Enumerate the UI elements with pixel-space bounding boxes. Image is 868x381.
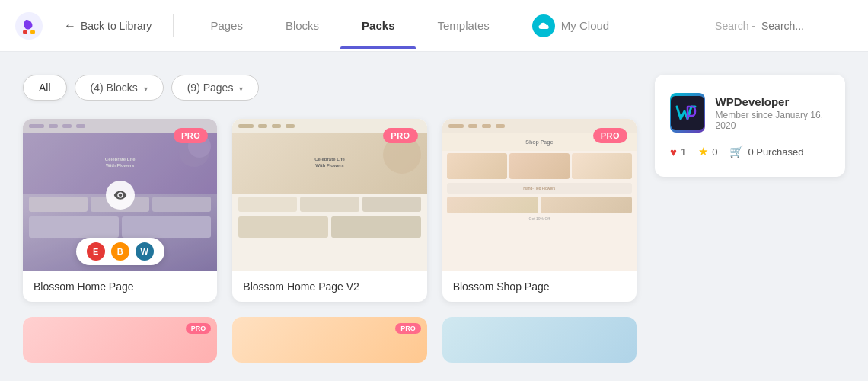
svg-point-2 — [30, 30, 35, 34]
filter-all-btn[interactable]: All — [23, 75, 67, 101]
tab-pages[interactable]: Pages — [189, 2, 264, 49]
developer-stats: ♥ 1 ★ 0 🛒 0 Purchased — [670, 145, 830, 158]
card-thumb-2: Celebrate LifeWith Flowers — [232, 119, 426, 271]
developer-member-since: Member since January 16, 2020 — [716, 110, 830, 131]
preview-btn-1[interactable] — [106, 181, 135, 210]
search-input[interactable] — [761, 20, 853, 32]
content-area: All (4) Blocks ▾ (9) Pages ▾ — [0, 52, 868, 378]
app-header: ← Back to Library Pages Blocks Packs Tem… — [0, 0, 868, 52]
cards-grid: Celebrate LifeWith Flowers — [23, 119, 637, 302]
sidebar: WPDeveloper Member since January 16, 202… — [655, 75, 845, 363]
filter-blocks-btn[interactable]: (4) Blocks ▾ — [75, 75, 164, 101]
likes-count: 1 — [681, 146, 686, 158]
tab-templates[interactable]: Templates — [416, 2, 510, 49]
partial-card-2[interactable]: PRO — [232, 317, 426, 363]
partial-cards-row: PRO PRO — [23, 317, 637, 363]
back-arrow-icon: ← — [64, 19, 76, 33]
purchased-count: 0 Purchased — [748, 146, 803, 158]
back-label: Back to Library — [81, 20, 152, 32]
card-thumb-3: Shop Page Hand-Tied Flowers — [442, 119, 637, 271]
stars-count: 0 — [712, 146, 717, 158]
search-area: Search - — [715, 20, 853, 32]
star-icon: ★ — [698, 145, 708, 158]
developer-avatar — [670, 93, 705, 133]
developer-header: WPDeveloper Member since January 16, 202… — [670, 93, 830, 133]
cloud-icon — [532, 14, 555, 37]
purchased-stat: 🛒 0 Purchased — [729, 145, 803, 158]
main-nav: Pages Blocks Packs Templates My Cloud — [189, 0, 715, 54]
pages-dropdown-arrow: ▾ — [239, 85, 243, 93]
beaver-builder-icon[interactable]: B — [111, 242, 129, 261]
pro-badge-1: PRO — [174, 128, 208, 143]
tab-my-cloud[interactable]: My Cloud — [511, 0, 630, 54]
developer-card: WPDeveloper Member since January 16, 202… — [655, 75, 845, 177]
editor-bar-1: E B W — [76, 238, 164, 265]
filter-pages-btn[interactable]: (9) Pages ▾ — [171, 75, 260, 101]
partial-card-1[interactable]: PRO — [23, 317, 217, 363]
card-blossom-shop[interactable]: Shop Page Hand-Tied Flowers — [442, 119, 637, 302]
heart-icon: ♥ — [670, 146, 677, 158]
tab-packs[interactable]: Packs — [340, 2, 416, 49]
card-title-1: Blossom Home Page — [23, 271, 217, 302]
back-to-library-btn[interactable]: ← Back to Library — [58, 16, 158, 36]
pro-badge-2: PRO — [383, 128, 417, 143]
svg-point-1 — [23, 30, 27, 34]
likes-stat: ♥ 1 — [670, 146, 686, 158]
logo-area — [15, 12, 43, 40]
blocks-dropdown-arrow: ▾ — [144, 85, 148, 93]
main-area: All (4) Blocks ▾ (9) Pages ▾ — [23, 75, 637, 363]
wordpress-icon[interactable]: W — [136, 242, 154, 261]
elementor-icon[interactable]: E — [87, 242, 105, 261]
cart-icon: 🛒 — [729, 145, 744, 158]
partial-card-3[interactable] — [442, 317, 637, 363]
developer-name: WPDeveloper — [716, 95, 830, 108]
card-title-2: Blossom Home Page V2 — [232, 271, 426, 302]
filter-bar: All (4) Blocks ▾ (9) Pages ▾ — [23, 75, 637, 101]
card-blossom-home[interactable]: Celebrate LifeWith Flowers — [23, 119, 217, 302]
app-logo-icon — [15, 12, 43, 40]
nav-divider — [173, 14, 174, 37]
developer-info: WPDeveloper Member since January 16, 202… — [716, 95, 830, 131]
card-thumb-1: Celebrate LifeWith Flowers — [23, 119, 217, 271]
pro-badge-3: PRO — [593, 128, 627, 143]
card-title-3: Blossom Shop Page — [442, 271, 637, 302]
tab-blocks[interactable]: Blocks — [264, 2, 340, 49]
search-label: Search - — [715, 20, 755, 32]
card-blossom-home-v2[interactable]: Celebrate LifeWith Flowers — [232, 119, 426, 302]
stars-stat: ★ 0 — [698, 145, 717, 158]
